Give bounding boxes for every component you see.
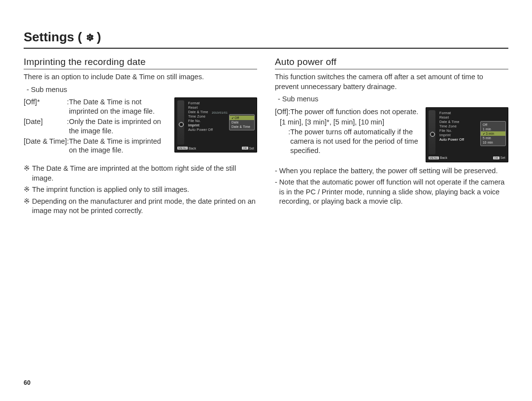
apo-intro: This function switches the camera off af…: [275, 72, 508, 92]
apo-option-row: : The power turns off automatically if t…: [275, 127, 421, 156]
apo-option-table: [Off] : The power off function does not …: [275, 107, 421, 156]
cam-menu-list: Format Reset Date & Time Time Zone File …: [188, 101, 228, 131]
apo-note: - When you replace the battery, the powe…: [275, 166, 508, 176]
cam-bottom-bar: MENUBack OKSet: [429, 155, 505, 161]
imprint-option-row: [Date] : Only the Date is imprinted on t…: [24, 117, 169, 137]
imprint-option-desc: The Date & Time is imprinted on the imag…: [69, 137, 169, 156]
imprint-note: ※ The imprint function is applied only t…: [24, 185, 257, 195]
heading-imprint: Imprinting the recording date: [24, 57, 257, 69]
reference-mark-icon: ※: [24, 164, 30, 183]
imprint-option-table: [Off]* : The Date & Time is not imprinte…: [24, 97, 169, 156]
cam-popup: Off 1 min 3 min 5 min 10 min: [480, 121, 506, 146]
col-imprint: Imprinting the recording date There is a…: [24, 55, 257, 218]
imprint-option-row: [Off]* : The Date & Time is not imprinte…: [24, 97, 169, 117]
reference-mark-icon: ※: [24, 185, 30, 195]
apo-option-row: [Off] : The power off function does not …: [275, 107, 421, 118]
apo-notes: - When you replace the battery, the powe…: [275, 166, 508, 207]
imprint-option-key: [Date]: [24, 117, 67, 137]
imprint-option-key: [Off]*: [24, 97, 67, 117]
heading-autopoweroff: Auto power off: [275, 57, 508, 69]
cam-popup: Off Date Date & Time: [229, 114, 255, 130]
imprint-notes: ※ The Date & Time are imprinted at the b…: [24, 164, 257, 216]
apo-option-desc: The power turns off automatically if the…: [290, 127, 421, 156]
imprint-submenus-label: - Sub menus: [27, 85, 257, 95]
gear-icon: [430, 132, 435, 137]
dash-bullet: -: [275, 166, 277, 176]
apo-submenus-label: - Sub menus: [278, 94, 508, 104]
imprint-option-key: [Date & Time]: [24, 137, 67, 156]
svg-point-0: [89, 36, 91, 38]
apo-option-row: [1 min], [3 min]*, [5 min], [10 min]: [275, 118, 421, 128]
cam-bottom-bar: MENUBack OKSet: [177, 145, 254, 151]
imprint-option-row: [Date & Time] : The Date & Time is impri…: [24, 137, 169, 156]
apo-option-key: [1 min], [3 min]*, [5 min], [10 min]: [275, 118, 421, 128]
dash-bullet: -: [275, 178, 277, 207]
cam-date-preview: 2010/01/01: [212, 111, 228, 114]
apo-option-key: [Off]: [275, 107, 288, 118]
apo-note: - Note that the automatic power off func…: [275, 178, 508, 207]
cam-menu-list: Format Reset Date & Time Time Zone File …: [439, 111, 479, 141]
settings-gear-icon: [85, 32, 95, 42]
imprint-intro: There is an option to include Date & Tim…: [24, 72, 257, 82]
gear-icon: [179, 122, 184, 127]
imprint-note: ※ Depending on the manufacturer and prin…: [24, 197, 257, 216]
page-title-prefix: Settings (: [24, 30, 82, 45]
reference-mark-icon: ※: [24, 197, 30, 216]
page-title-suffix: ): [97, 30, 101, 45]
apo-option-desc: The power off function does not operate.: [290, 107, 421, 118]
imprint-note: ※ The Date & Time are imprinted at the b…: [24, 164, 257, 183]
imprint-option-desc: The Date & Time is not imprinted on the …: [69, 97, 169, 117]
page-number: 60: [24, 379, 31, 386]
page-title: Settings ( ): [24, 30, 508, 49]
imprint-screenshot: Format Reset Date & Time Time Zone File …: [174, 97, 257, 153]
imprint-option-desc: Only the Date is imprinted on the image …: [69, 117, 169, 137]
apo-screenshot: Format Reset Date & Time Time Zone File …: [426, 107, 508, 162]
col-autopoweroff: Auto power off This function switches th…: [275, 55, 508, 218]
